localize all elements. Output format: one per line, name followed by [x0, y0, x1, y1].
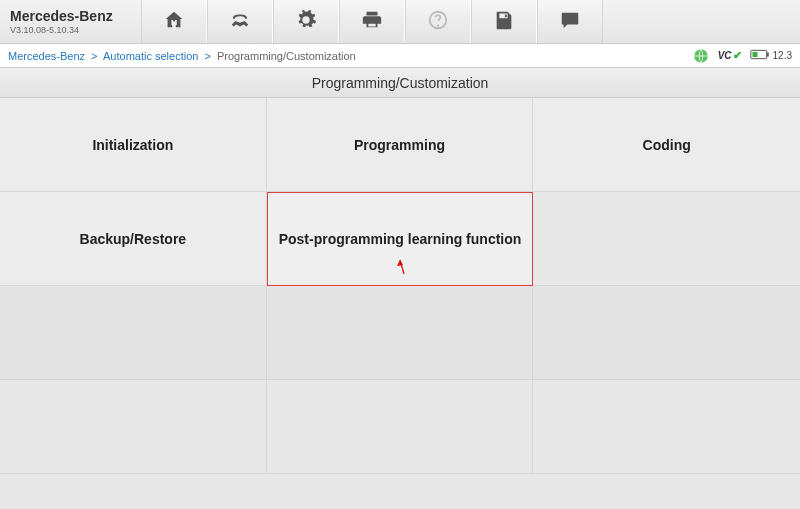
print-button[interactable]	[339, 0, 405, 43]
cell-empty	[533, 192, 800, 286]
settings-button[interactable]	[273, 0, 339, 43]
breadcrumb-link-0[interactable]: Mercedes-Benz	[8, 50, 85, 62]
vehicle-lift-icon	[229, 9, 251, 35]
brand-title: Mercedes-Benz	[10, 8, 131, 24]
app-header: Mercedes-Benz V3.10.08-5.10.34 M	[0, 0, 800, 44]
cell-label: Initialization	[92, 137, 173, 153]
vci-status-badge: VC✔	[718, 49, 742, 62]
svg-rect-4	[767, 52, 769, 56]
check-icon: ✔	[733, 49, 742, 62]
cell-empty	[267, 286, 534, 380]
cell-label: Backup/Restore	[80, 231, 187, 247]
section-header: Programming/Customization	[0, 68, 800, 98]
pointer-arrow-icon	[393, 258, 407, 279]
save-icon	[493, 9, 515, 35]
breadcrumb-sep: >	[204, 50, 210, 62]
help-circle-icon	[427, 9, 449, 35]
breadcrumb: Mercedes-Benz > Automatic selection > Pr…	[8, 50, 692, 62]
status-area: VC✔ 12.3	[692, 47, 792, 65]
cell-empty	[533, 286, 800, 380]
vehicle-button[interactable]	[207, 0, 273, 43]
gear-icon	[295, 9, 317, 35]
cell-programming[interactable]: Programming	[267, 98, 534, 192]
menu-grid: Initialization Programming Coding Backup…	[0, 98, 800, 474]
battery-icon	[750, 49, 770, 62]
breadcrumb-link-1[interactable]: Automatic selection	[103, 50, 198, 62]
home-button[interactable]: M	[141, 0, 207, 43]
network-globe-icon	[692, 47, 710, 65]
svg-rect-5	[752, 52, 757, 57]
breadcrumb-current: Programming/Customization	[217, 50, 356, 62]
cell-empty	[533, 380, 800, 474]
breadcrumb-sep: >	[91, 50, 97, 62]
chat-icon	[559, 9, 581, 35]
cell-label: Programming	[354, 137, 445, 153]
section-title: Programming/Customization	[312, 75, 489, 91]
save-button[interactable]	[471, 0, 537, 43]
feedback-button[interactable]	[537, 0, 603, 43]
help-button[interactable]	[405, 0, 471, 43]
cell-label: Coding	[643, 137, 691, 153]
breadcrumb-row: Mercedes-Benz > Automatic selection > Pr…	[0, 44, 800, 68]
printer-icon	[361, 9, 383, 35]
brand-block: Mercedes-Benz V3.10.08-5.10.34	[0, 0, 141, 43]
cell-empty	[0, 380, 267, 474]
toolbar: M	[141, 0, 800, 43]
svg-marker-7	[397, 260, 403, 266]
cell-backup-restore[interactable]: Backup/Restore	[0, 192, 267, 286]
home-m-icon: M	[163, 9, 185, 35]
cell-initialization[interactable]: Initialization	[0, 98, 267, 192]
svg-text:M: M	[171, 17, 177, 26]
battery-indicator: 12.3	[750, 49, 792, 62]
cell-empty	[0, 286, 267, 380]
svg-line-6	[400, 260, 404, 274]
cell-coding[interactable]: Coding	[533, 98, 800, 192]
battery-voltage: 12.3	[773, 50, 792, 61]
brand-version: V3.10.08-5.10.34	[10, 25, 131, 35]
cell-post-programming[interactable]: Post-programming learning function	[267, 192, 534, 286]
vc-label: VC	[718, 50, 732, 61]
cell-empty	[267, 380, 534, 474]
cell-label: Post-programming learning function	[279, 231, 522, 247]
